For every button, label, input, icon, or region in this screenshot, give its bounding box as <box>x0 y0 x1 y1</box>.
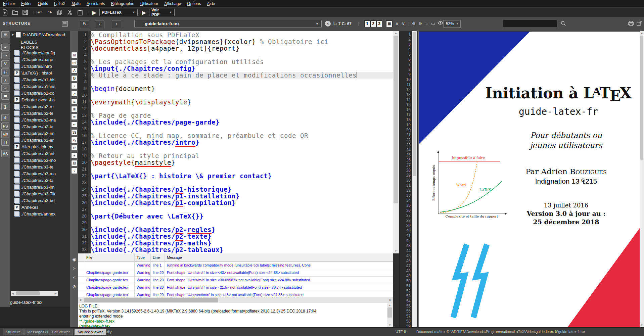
close-document-icon[interactable]: × <box>325 21 331 27</box>
code-line[interactable]: \include{./Chapitres/p2-tableaux} <box>91 246 393 253</box>
code-line[interactable]: \input{./Chapitres/config} <box>91 65 393 72</box>
message-row[interactable]: Chapitres/page-garde.texWarningline 20Fo… <box>78 276 393 284</box>
stop-process-icon[interactable]: ⊗ <box>71 283 78 289</box>
pstricks-tab[interactable]: PS <box>1 123 9 130</box>
tree-item[interactable]: ./Chapitres/p1-co <box>10 90 70 96</box>
messages-header-message[interactable]: Message <box>165 253 392 261</box>
list-icon[interactable]: ≣ <box>71 98 78 104</box>
menu-utilisateur[interactable]: Utilisateur <box>137 0 161 7</box>
menu-aide[interactable]: Aide <box>204 0 218 7</box>
tree-item[interactable]: ./Chapitres/p2-re <box>10 103 70 110</box>
sqrt-icon[interactable]: √ <box>71 168 78 174</box>
messages-header-line[interactable]: Line <box>150 253 165 261</box>
tree-item[interactable]: ./Chapitres/p2-ma <box>10 116 70 123</box>
code-line[interactable]: % Retour au style principal <box>91 152 393 159</box>
forall-tab[interactable]: ∀ <box>1 60 9 67</box>
frac-icon[interactable]: ÷ <box>71 152 78 158</box>
tree-item[interactable]: ./Chapitres/p1-his <box>10 76 70 83</box>
pdf-page-button-3[interactable]: 3 <box>376 20 382 27</box>
code-line[interactable]: % Compilation sous PDFLaTeX <box>91 32 393 38</box>
tree-item[interactable]: ./Chapitres/config <box>10 49 70 56</box>
tree-item[interactable]: ./Chapitres/p3-mo <box>10 157 70 163</box>
message-row[interactable]: Chapitres/page-garde.texWarningline 20Fo… <box>78 269 393 277</box>
structure-tab[interactable]: ≣ <box>1 31 9 38</box>
code-line[interactable]: \documentclass[a4paper, 12pt]{report} <box>91 45 393 52</box>
code-line[interactable] <box>91 179 393 186</box>
tree-item[interactable]: ./Chapitres/p3-te <box>10 163 70 170</box>
list3-icon[interactable]: ≣ <box>71 114 78 120</box>
tree-item[interactable]: PAller plus loin av <box>10 143 70 150</box>
tree-item[interactable]: ./Chapitres/p3-int <box>10 150 70 157</box>
menu-assistants[interactable]: Assistants <box>84 0 108 7</box>
tree-item[interactable]: ./Chapitres/annex <box>10 210 70 217</box>
next-error-icon[interactable]: > <box>71 265 78 271</box>
menu-affichage[interactable]: Affichage <box>161 0 184 7</box>
tree-item[interactable]: ./Chapitres/p3-im <box>10 184 70 190</box>
code-line[interactable]: \pagestyle{mainstyle} <box>91 159 393 166</box>
next-document-button[interactable]: › <box>112 20 121 28</box>
fit-width-icon[interactable]: ↔ <box>425 21 429 26</box>
special-chars-tab[interactable]: ⋔ <box>1 114 9 121</box>
previous-page-icon[interactable]: ∧ <box>395 21 399 26</box>
code-line[interactable] <box>91 79 393 85</box>
run-compile-button[interactable]: ▶ <box>90 9 99 16</box>
structure-detach-icon[interactable] <box>62 21 68 27</box>
open-file-button[interactable] <box>11 9 19 16</box>
refresh-structure-button[interactable]: ↻ <box>80 20 89 28</box>
menu-editer[interactable]: Editer <box>18 0 35 7</box>
tree-item[interactable]: ./Chapitres/p3-ma <box>10 170 70 177</box>
menu-math[interactable]: Math <box>68 0 84 7</box>
new-file-button[interactable] <box>1 9 9 16</box>
tree-item[interactable]: ./Chapitres/p3-be <box>10 197 70 204</box>
message-row[interactable]: Chapitres/page-garde.texWarningline 20Fo… <box>78 284 393 291</box>
braces-tab[interactable]: {} <box>1 68 9 76</box>
superscript-icon[interactable]: x² <box>71 145 78 151</box>
code-line[interactable] <box>91 146 393 152</box>
tree-item[interactable]: ./Chapitres/p2-ta <box>10 123 70 130</box>
message-row[interactable]: Chapitres/page-garde.texWarningline 20Fo… <box>78 291 393 297</box>
code-line[interactable]: \part{\LaTeX{} : histoire \& premier con… <box>91 173 393 179</box>
print-icon[interactable] <box>628 21 634 26</box>
code-line[interactable]: \include{./Chapitres/p1-compilation} <box>91 199 393 206</box>
misc-symbols-tab[interactable]: ✱ <box>1 93 9 100</box>
source-viewer-scrollbar[interactable] <box>412 31 417 327</box>
code-line[interactable] <box>91 52 393 58</box>
tree-item[interactable]: P\LaTeX{} : histoi <box>10 69 70 76</box>
zoom-out-icon[interactable]: ⊖ <box>418 21 422 26</box>
status-button-pdf-viewer[interactable]: Pdf Viewer <box>49 329 73 335</box>
messages-hscrollbar[interactable]: ◀▶ <box>78 297 393 303</box>
undo-button[interactable]: ↶ <box>35 9 44 16</box>
code-line[interactable]: \PassOptionsToPackage{dvipsnames}{xcolor… <box>91 38 393 45</box>
next-page-icon[interactable]: ∨ <box>402 21 405 26</box>
arrows-tab[interactable]: ⇒ <box>1 52 9 59</box>
editor-vscrollbar[interactable]: ▲▼ <box>393 31 399 253</box>
open-file-combo[interactable]: guide-latex-fr.tex▼ <box>134 20 322 28</box>
menu-fichier[interactable]: Fichier <box>0 0 18 7</box>
code-line[interactable]: \include{./Chapitres/p1-installation} <box>91 193 393 199</box>
pdf-page-button-1[interactable]: 1 <box>364 20 370 27</box>
matrix-icon[interactable]: ⊟ <box>71 160 78 166</box>
code-line[interactable] <box>91 92 393 99</box>
menu-latex[interactable]: LaTeX <box>51 0 68 7</box>
math-mode-icon[interactable]: $$ <box>71 129 78 135</box>
status-button-structure[interactable]: Structure <box>3 329 24 335</box>
previous-error-icon[interactable]: < <box>71 274 78 280</box>
tree-item[interactable]: ./Chapitres/p2-er <box>10 137 70 143</box>
code-line[interactable]: % Licence CC, mind map, sommaire, préamb… <box>91 132 393 139</box>
log-vscrollbar[interactable]: ▲▼ <box>387 303 393 327</box>
message-row[interactable]: Warningline 1running in backwards compat… <box>78 261 393 269</box>
subscript-icon[interactable]: x₂ <box>71 137 78 143</box>
view-mode-combo[interactable]: Voir PDF▼ <box>149 9 175 16</box>
tree-item[interactable]: PDébuter avec \La <box>10 96 70 103</box>
font-size-icon[interactable]: A <box>71 67 78 74</box>
messages-header-type[interactable]: Type <box>134 253 150 261</box>
code-line[interactable]: \include{./Chapitres/page-garde} <box>91 119 393 126</box>
code-line[interactable] <box>91 105 393 112</box>
show-messages-icon[interactable]: ◉ <box>71 256 78 262</box>
zoom-in-icon[interactable]: ⊕ <box>412 21 416 26</box>
cut-button[interactable] <box>65 9 74 16</box>
pdf-page-button-2[interactable]: 2 <box>370 20 376 27</box>
tree-item[interactable]: ./Chapitres/intro <box>10 63 70 69</box>
newline-icon[interactable]: ↵ <box>71 122 78 128</box>
code-line[interactable]: % Page de garde <box>91 112 393 119</box>
